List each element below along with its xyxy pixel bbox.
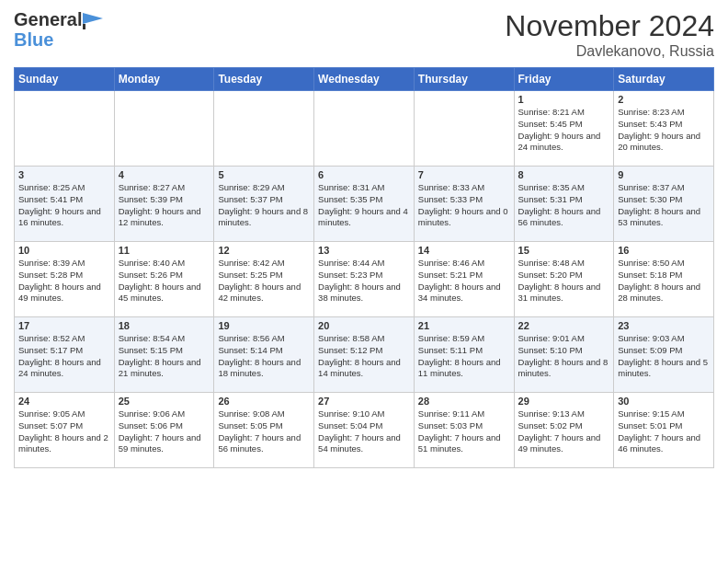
day-info: Sunrise: 8:42 AM Sunset: 5:25 PM Dayligh… — [218, 258, 310, 304]
calendar-week-row: 24Sunrise: 9:05 AM Sunset: 5:07 PM Dayli… — [15, 393, 714, 468]
table-row — [414, 91, 514, 167]
day-info: Sunrise: 8:48 AM Sunset: 5:20 PM Dayligh… — [518, 258, 610, 304]
day-number: 27 — [318, 396, 410, 407]
day-info: Sunrise: 8:54 AM Sunset: 5:15 PM Dayligh… — [119, 333, 210, 380]
day-number: 24 — [18, 396, 110, 407]
table-row: 15Sunrise: 8:48 AM Sunset: 5:20 PM Dayli… — [514, 242, 614, 317]
col-friday: Friday — [514, 68, 614, 91]
calendar-week-row: 1Sunrise: 8:21 AM Sunset: 5:45 PM Daylig… — [15, 91, 714, 167]
table-row: 22Sunrise: 9:01 AM Sunset: 5:10 PM Dayli… — [514, 317, 614, 393]
day-info: Sunrise: 8:46 AM Sunset: 5:21 PM Dayligh… — [418, 258, 510, 304]
day-info: Sunrise: 8:56 AM Sunset: 5:14 PM Dayligh… — [218, 333, 310, 380]
day-number: 25 — [119, 396, 210, 407]
logo: General Blue — [14, 9, 103, 50]
logo-flag-icon — [83, 13, 103, 29]
table-row: 20Sunrise: 8:58 AM Sunset: 5:12 PM Dayli… — [314, 317, 415, 393]
table-row: 14Sunrise: 8:46 AM Sunset: 5:21 PM Dayli… — [414, 242, 514, 317]
day-info: Sunrise: 8:23 AM Sunset: 5:43 PM Dayligh… — [618, 107, 710, 154]
day-number: 6 — [318, 169, 410, 180]
day-info: Sunrise: 8:52 AM Sunset: 5:17 PM Dayligh… — [18, 333, 110, 380]
table-row: 30Sunrise: 9:15 AM Sunset: 5:01 PM Dayli… — [614, 393, 714, 468]
day-info: Sunrise: 8:35 AM Sunset: 5:31 PM Dayligh… — [518, 182, 610, 229]
col-saturday: Saturday — [614, 68, 714, 91]
table-row: 12Sunrise: 8:42 AM Sunset: 5:25 PM Dayli… — [214, 242, 314, 317]
day-info: Sunrise: 9:05 AM Sunset: 5:07 PM Dayligh… — [18, 408, 110, 455]
location: Davlekanovo, Russia — [505, 43, 714, 60]
day-number: 3 — [18, 169, 110, 180]
col-wednesday: Wednesday — [314, 68, 415, 91]
day-info: Sunrise: 9:15 AM Sunset: 5:01 PM Dayligh… — [618, 408, 710, 455]
table-row — [114, 91, 214, 167]
table-row: 6Sunrise: 8:31 AM Sunset: 5:35 PM Daylig… — [314, 167, 415, 242]
day-number: 4 — [119, 169, 210, 180]
day-info: Sunrise: 8:21 AM Sunset: 5:45 PM Dayligh… — [518, 107, 610, 154]
table-row: 3Sunrise: 8:25 AM Sunset: 5:41 PM Daylig… — [15, 167, 115, 242]
calendar-week-row: 3Sunrise: 8:25 AM Sunset: 5:41 PM Daylig… — [15, 167, 714, 242]
day-number: 16 — [618, 245, 710, 256]
day-number: 26 — [218, 396, 310, 407]
day-info: Sunrise: 8:50 AM Sunset: 5:18 PM Dayligh… — [618, 258, 710, 304]
svg-rect-1 — [83, 24, 85, 29]
day-info: Sunrise: 8:39 AM Sunset: 5:28 PM Dayligh… — [18, 258, 110, 304]
table-row: 4Sunrise: 8:27 AM Sunset: 5:39 PM Daylig… — [114, 167, 214, 242]
table-row: 8Sunrise: 8:35 AM Sunset: 5:31 PM Daylig… — [514, 167, 614, 242]
table-row: 27Sunrise: 9:10 AM Sunset: 5:04 PM Dayli… — [314, 393, 415, 468]
day-number: 8 — [518, 169, 610, 180]
table-row: 16Sunrise: 8:50 AM Sunset: 5:18 PM Dayli… — [614, 242, 714, 317]
day-info: Sunrise: 9:01 AM Sunset: 5:10 PM Dayligh… — [518, 333, 610, 380]
day-number: 30 — [618, 396, 710, 407]
logo-text-general: General — [14, 9, 82, 29]
day-number: 15 — [518, 245, 610, 256]
day-number: 2 — [618, 94, 710, 105]
table-row — [15, 91, 115, 167]
day-info: Sunrise: 8:44 AM Sunset: 5:23 PM Dayligh… — [318, 258, 410, 304]
table-row: 23Sunrise: 9:03 AM Sunset: 5:09 PM Dayli… — [614, 317, 714, 393]
day-number: 1 — [518, 94, 610, 105]
day-info: Sunrise: 8:27 AM Sunset: 5:39 PM Dayligh… — [119, 182, 210, 229]
table-row — [214, 91, 314, 167]
header: General Blue November 2024 Davlekanovo, … — [14, 9, 714, 60]
calendar-header-row: Sunday Monday Tuesday Wednesday Thursday… — [15, 68, 714, 91]
day-number: 17 — [18, 320, 110, 331]
day-info: Sunrise: 8:25 AM Sunset: 5:41 PM Dayligh… — [18, 182, 110, 229]
calendar-table: Sunday Monday Tuesday Wednesday Thursday… — [14, 67, 714, 468]
day-info: Sunrise: 9:06 AM Sunset: 5:06 PM Dayligh… — [119, 408, 210, 455]
day-number: 10 — [18, 245, 110, 256]
table-row: 19Sunrise: 8:56 AM Sunset: 5:14 PM Dayli… — [214, 317, 314, 393]
table-row — [314, 91, 415, 167]
table-row: 2Sunrise: 8:23 AM Sunset: 5:43 PM Daylig… — [614, 91, 714, 167]
day-number: 20 — [318, 320, 410, 331]
month-title: November 2024 — [505, 9, 714, 43]
table-row: 24Sunrise: 9:05 AM Sunset: 5:07 PM Dayli… — [15, 393, 115, 468]
day-number: 12 — [218, 245, 310, 256]
day-info: Sunrise: 9:08 AM Sunset: 5:05 PM Dayligh… — [218, 408, 310, 455]
day-number: 21 — [418, 320, 510, 331]
table-row: 11Sunrise: 8:40 AM Sunset: 5:26 PM Dayli… — [114, 242, 214, 317]
calendar-week-row: 10Sunrise: 8:39 AM Sunset: 5:28 PM Dayli… — [15, 242, 714, 317]
table-row: 7Sunrise: 8:33 AM Sunset: 5:33 PM Daylig… — [414, 167, 514, 242]
calendar-week-row: 17Sunrise: 8:52 AM Sunset: 5:17 PM Dayli… — [15, 317, 714, 393]
col-thursday: Thursday — [414, 68, 514, 91]
day-number: 14 — [418, 245, 510, 256]
table-row: 18Sunrise: 8:54 AM Sunset: 5:15 PM Dayli… — [114, 317, 214, 393]
table-row: 5Sunrise: 8:29 AM Sunset: 5:37 PM Daylig… — [214, 167, 314, 242]
day-info: Sunrise: 8:33 AM Sunset: 5:33 PM Dayligh… — [418, 182, 510, 229]
day-number: 5 — [218, 169, 310, 180]
day-info: Sunrise: 9:11 AM Sunset: 5:03 PM Dayligh… — [418, 408, 510, 455]
table-row: 17Sunrise: 8:52 AM Sunset: 5:17 PM Dayli… — [15, 317, 115, 393]
table-row: 28Sunrise: 9:11 AM Sunset: 5:03 PM Dayli… — [414, 393, 514, 468]
day-number: 9 — [618, 169, 710, 180]
day-number: 7 — [418, 169, 510, 180]
main-container: General Blue November 2024 Davlekanovo, … — [0, 0, 728, 473]
table-row: 13Sunrise: 8:44 AM Sunset: 5:23 PM Dayli… — [314, 242, 415, 317]
day-info: Sunrise: 8:37 AM Sunset: 5:30 PM Dayligh… — [618, 182, 710, 229]
svg-marker-0 — [83, 13, 103, 24]
day-info: Sunrise: 8:29 AM Sunset: 5:37 PM Dayligh… — [218, 182, 310, 229]
day-number: 18 — [119, 320, 210, 331]
title-block: November 2024 Davlekanovo, Russia — [505, 9, 714, 60]
day-info: Sunrise: 8:40 AM Sunset: 5:26 PM Dayligh… — [119, 258, 210, 304]
col-monday: Monday — [114, 68, 214, 91]
table-row: 10Sunrise: 8:39 AM Sunset: 5:28 PM Dayli… — [15, 242, 115, 317]
day-info: Sunrise: 9:03 AM Sunset: 5:09 PM Dayligh… — [618, 333, 710, 380]
col-tuesday: Tuesday — [214, 68, 314, 91]
